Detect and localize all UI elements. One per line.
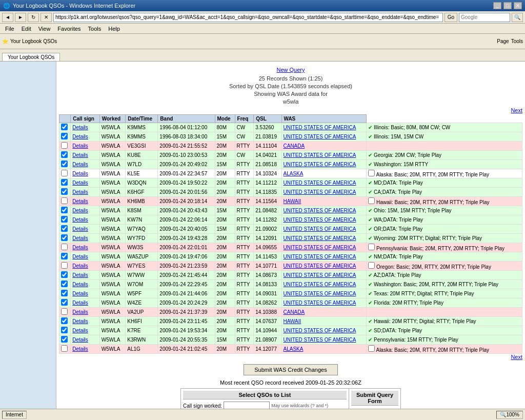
qsl-link[interactable]: UNITED STATES OF AMERICA <box>284 189 356 195</box>
qsl-link[interactable]: UNITED STATES OF AMERICA <box>284 328 356 333</box>
qsl-link[interactable]: UNITED STATES OF AMERICA <box>284 263 356 269</box>
qsl-link[interactable]: ALASKA <box>284 171 304 176</box>
details-link[interactable]: Details <box>72 254 88 259</box>
new-query-link[interactable]: New Query <box>59 67 522 73</box>
details-link[interactable]: Details <box>72 162 88 167</box>
minimize-button[interactable]: _ <box>493 2 501 9</box>
was-checkbox[interactable] <box>368 345 375 352</box>
browser-tab[interactable]: Your Logbook QSOs <box>2 53 60 61</box>
next-link-top[interactable]: Next <box>59 107 522 113</box>
qsl-link[interactable]: UNITED STATES OF AMERICA <box>284 180 356 186</box>
row-checkbox[interactable] <box>61 161 68 167</box>
close-button[interactable]: ✕ <box>514 2 522 9</box>
qsl-link[interactable]: HAWAII <box>284 198 301 204</box>
was-checkbox[interactable] <box>368 262 375 269</box>
row-checkbox[interactable] <box>61 179 68 186</box>
search-input[interactable] <box>459 13 510 22</box>
qsl-link[interactable]: ALASKA <box>284 346 304 352</box>
menu-view[interactable]: View <box>35 25 54 33</box>
address-input[interactable] <box>53 13 443 22</box>
refresh-button[interactable]: ↻ <box>28 13 39 22</box>
stop-button[interactable]: ✕ <box>41 13 52 22</box>
details-link[interactable]: Details <box>72 300 88 306</box>
qsl-link[interactable]: UNITED STATES OF AMERICA <box>284 235 356 241</box>
maximize-button[interactable]: □ <box>503 2 512 9</box>
row-checkbox[interactable] <box>61 244 68 250</box>
qsl-link[interactable]: UNITED STATES OF AMERICA <box>284 208 356 213</box>
qsl-link[interactable]: UNITED STATES OF AMERICA <box>284 337 356 343</box>
details-link[interactable]: Details <box>72 263 88 269</box>
row-checkbox[interactable] <box>61 234 68 241</box>
details-link[interactable]: Details <box>72 125 88 130</box>
row-checkbox[interactable] <box>61 262 68 269</box>
details-link[interactable]: Details <box>72 198 88 204</box>
details-link[interactable]: Details <box>72 134 88 139</box>
qsl-link[interactable]: UNITED STATES OF AMERICA <box>284 272 356 278</box>
menu-edit[interactable]: Edit <box>18 25 34 33</box>
qsl-link[interactable]: CANADA <box>284 143 305 149</box>
row-checkbox[interactable] <box>61 308 68 315</box>
details-link[interactable]: Details <box>72 180 88 186</box>
details-link[interactable]: Details <box>72 235 88 241</box>
details-link[interactable]: Details <box>72 208 88 213</box>
page-tool[interactable]: Page <box>497 38 509 44</box>
row-checkbox[interactable] <box>61 336 68 343</box>
details-link[interactable]: Details <box>72 346 88 352</box>
was-checkbox[interactable] <box>368 197 375 204</box>
row-checkbox[interactable] <box>61 151 68 158</box>
details-link[interactable]: Details <box>72 272 88 278</box>
qsl-link[interactable]: CANADA <box>284 309 305 315</box>
qsl-link[interactable]: UNITED STATES OF AMERICA <box>284 300 356 306</box>
was-checkbox[interactable] <box>368 170 375 176</box>
qsl-link[interactable]: UNITED STATES OF AMERICA <box>284 245 356 250</box>
callsign-input[interactable] <box>224 402 270 409</box>
row-checkbox[interactable] <box>61 170 68 176</box>
row-checkbox[interactable] <box>61 207 68 213</box>
go-button[interactable]: Go <box>445 13 457 22</box>
tools-tool[interactable]: Tools <box>511 38 523 44</box>
search-submit-button[interactable]: 🔍 <box>512 13 523 22</box>
row-checkbox[interactable] <box>61 142 68 149</box>
details-link[interactable]: Details <box>72 217 88 223</box>
row-checkbox[interactable] <box>61 133 68 139</box>
qsl-link[interactable]: UNITED STATES OF AMERICA <box>284 226 356 232</box>
row-checkbox[interactable] <box>61 317 68 324</box>
row-checkbox[interactable] <box>61 216 68 223</box>
menu-help[interactable]: Help <box>105 25 123 33</box>
was-checkbox[interactable] <box>368 244 375 250</box>
next-link-bottom[interactable]: Next <box>59 354 522 360</box>
row-checkbox[interactable] <box>61 281 68 287</box>
qsl-link[interactable]: UNITED STATES OF AMERICA <box>284 162 356 167</box>
qsl-link[interactable]: UNITED STATES OF AMERICA <box>284 134 356 139</box>
qsl-link[interactable]: UNITED STATES OF AMERICA <box>284 217 356 223</box>
row-checkbox[interactable] <box>61 345 68 352</box>
qsl-link[interactable]: UNITED STATES OF AMERICA <box>284 282 356 287</box>
row-checkbox[interactable] <box>61 225 68 232</box>
row-checkbox[interactable] <box>61 188 68 195</box>
back-button[interactable]: ◄ <box>2 13 13 22</box>
details-link[interactable]: Details <box>72 171 88 176</box>
row-checkbox[interactable] <box>61 299 68 306</box>
details-link[interactable]: Details <box>72 337 88 343</box>
details-link[interactable]: Details <box>72 152 88 158</box>
row-checkbox[interactable] <box>61 271 68 278</box>
menu-favorites[interactable]: Favorites <box>54 25 84 33</box>
details-link[interactable]: Details <box>72 282 88 287</box>
details-link[interactable]: Details <box>72 245 88 250</box>
submit-was-button[interactable]: Submit WAS Credit Changes <box>244 364 337 375</box>
details-link[interactable]: Details <box>72 318 88 324</box>
row-checkbox[interactable] <box>61 124 68 130</box>
details-link[interactable]: Details <box>72 226 88 232</box>
row-checkbox[interactable] <box>61 253 68 259</box>
menu-file[interactable]: File <box>2 25 17 33</box>
details-link[interactable]: Details <box>72 328 88 333</box>
qsl-link[interactable]: HAWAII <box>284 318 301 324</box>
details-link[interactable]: Details <box>72 143 88 149</box>
details-link[interactable]: Details <box>72 309 88 315</box>
details-link[interactable]: Details <box>72 189 88 195</box>
qsl-link[interactable]: UNITED STATES OF AMERICA <box>284 291 356 296</box>
forward-button[interactable]: ► <box>15 13 26 22</box>
qsl-link[interactable]: UNITED STATES OF AMERICA <box>284 125 356 130</box>
details-link[interactable]: Details <box>72 291 88 296</box>
row-checkbox[interactable] <box>61 290 68 296</box>
